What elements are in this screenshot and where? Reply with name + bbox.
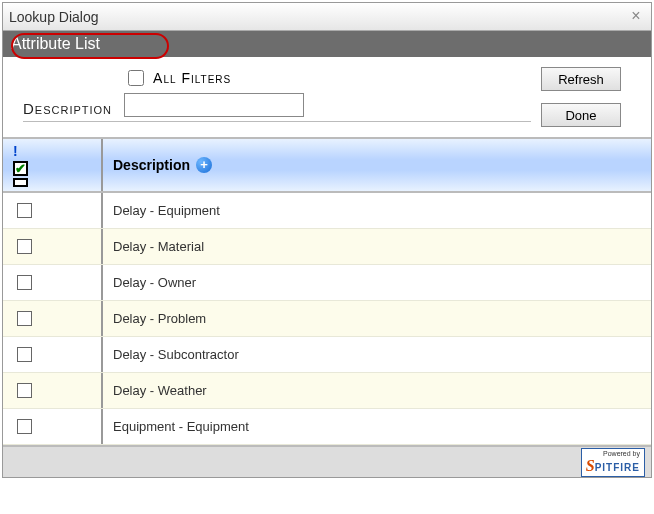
- row-description: Delay - Weather: [103, 373, 651, 408]
- close-icon[interactable]: ×: [627, 8, 645, 26]
- table-row[interactable]: Delay - Equipment: [3, 193, 651, 229]
- row-checkbox[interactable]: [17, 383, 32, 398]
- row-description: Delay - Subcontractor: [103, 337, 651, 372]
- row-select-cell: [3, 193, 103, 228]
- excl-icon: !: [13, 143, 91, 159]
- table-row[interactable]: Delay - Problem: [3, 301, 651, 337]
- row-checkbox[interactable]: [17, 203, 32, 218]
- all-filters-label: All Filters: [153, 70, 231, 86]
- footer: Powered by SPITFIRE: [3, 447, 651, 477]
- table-row[interactable]: Delay - Weather: [3, 373, 651, 409]
- row-select-cell: [3, 409, 103, 444]
- table-row[interactable]: Delay - Material: [3, 229, 651, 265]
- all-filters-checkbox[interactable]: [128, 70, 144, 86]
- row-checkbox[interactable]: [17, 239, 32, 254]
- refresh-button[interactable]: Refresh: [541, 67, 621, 91]
- dialog-title: Lookup Dialog: [9, 9, 99, 25]
- powered-by-label: Powered by: [603, 450, 640, 457]
- brand-badge[interactable]: Powered by SPITFIRE: [581, 448, 645, 477]
- select-all-checkbox[interactable]: [13, 161, 28, 176]
- description-column-header[interactable]: Description +: [103, 157, 651, 173]
- description-header-label: Description: [113, 157, 190, 173]
- filter-section: Description All Filters Refresh Done: [3, 57, 651, 137]
- row-description: Delay - Material: [103, 229, 651, 264]
- row-description: Delay - Owner: [103, 265, 651, 300]
- row-checkbox[interactable]: [17, 275, 32, 290]
- all-filters-toggle[interactable]: All Filters: [124, 67, 304, 89]
- row-description: Delay - Equipment: [103, 193, 651, 228]
- deselect-all-checkbox[interactable]: [13, 178, 28, 187]
- table-row[interactable]: Equipment - Equipment: [3, 409, 651, 445]
- row-select-cell: [3, 229, 103, 264]
- plus-icon[interactable]: +: [196, 157, 212, 173]
- table-row[interactable]: Delay - Subcontractor: [3, 337, 651, 373]
- description-label: Description: [23, 100, 112, 117]
- row-select-cell: [3, 265, 103, 300]
- grid-header: ! Description +: [3, 139, 651, 193]
- select-column-header: !: [3, 139, 103, 191]
- brand-name: PITFIRE: [595, 462, 640, 473]
- description-input[interactable]: [124, 93, 304, 117]
- title-bar: Lookup Dialog ×: [3, 3, 651, 31]
- row-select-cell: [3, 301, 103, 336]
- lookup-dialog: Lookup Dialog × Attribute List Descripti…: [2, 2, 652, 478]
- row-select-cell: [3, 337, 103, 372]
- dialog-subtitle: Attribute List: [3, 31, 651, 57]
- row-checkbox[interactable]: [17, 311, 32, 326]
- brand-initial: S: [586, 457, 595, 474]
- row-checkbox[interactable]: [17, 347, 32, 362]
- row-description: Delay - Problem: [103, 301, 651, 336]
- table-row[interactable]: Delay - Owner: [3, 265, 651, 301]
- done-button[interactable]: Done: [541, 103, 621, 127]
- row-select-cell: [3, 373, 103, 408]
- results-grid: ! Description + Delay - EquipmentDelay -…: [3, 137, 651, 447]
- row-checkbox[interactable]: [17, 419, 32, 434]
- row-description: Equipment - Equipment: [103, 409, 651, 444]
